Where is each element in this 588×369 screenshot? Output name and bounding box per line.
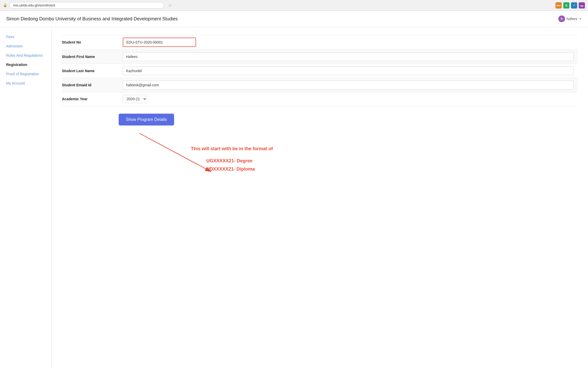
form-row-email: Student Emaid Id [62,78,578,92]
annotation-area: This will start with be in the format of… [62,146,578,173]
value-student-no [119,35,578,50]
value-academic-year: 2020-21 2021-22 2022-23 [119,92,578,106]
bookmark-icon[interactable]: ☆ [168,3,172,8]
app-header: Simon Diedong Dombo University of Busine… [0,11,588,27]
first-name-input[interactable] [123,52,574,61]
user-area[interactable]: h hafees ▼ [558,15,582,22]
address-bar: 🔒 mis.ubids.edu.gh/enrollment ☆ bw G ✓ ▬ [0,0,588,11]
show-program-details-button[interactable]: Show Program Details [119,114,174,125]
svg-line-1 [139,133,211,172]
browser-chrome: 🔒 mis.ubids.edu.gh/enrollment ☆ bw G ✓ ▬ [0,0,588,11]
sidebar-item-admission[interactable]: Admission [0,41,51,51]
registration-form: Student No Student First Name [62,35,578,106]
form-row-last-name: Student Last Name [62,64,578,78]
label-student-no: Student No [62,35,119,50]
label-last-name: Student Last Name [62,64,119,78]
value-first-name [119,50,578,64]
email-input[interactable] [123,81,574,89]
academic-year-select[interactable]: 2020-21 2021-22 2022-23 [123,95,147,103]
student-no-input[interactable] [123,38,195,46]
url-field[interactable]: mis.ubids.edu.gh/enrollment [9,2,164,9]
browser-extensions: bw G ✓ ▬ [556,2,585,9]
label-academic-year: Academic Year [62,92,119,106]
form-row-first-name: Student First Name [62,50,578,64]
main-layout: Fees Admission Rules And Regulations Reg… [0,27,588,368]
value-last-name [119,64,578,78]
sidebar-item-rules[interactable]: Rules And Regulations [0,51,51,60]
annotation-text: This will start with be in the format of [191,146,578,152]
last-name-input[interactable] [123,66,574,75]
ext-g-icon[interactable]: G [563,2,569,9]
content-area: Student No Student First Name [52,27,588,368]
annotation-formats: UGXXXXX21- Degree UDXXXXX21- Diploma [206,157,578,173]
sidebar: Fees Admission Rules And Regulations Reg… [0,27,52,368]
app-title: Simon Diedong Dombo University of Busine… [6,16,178,22]
ext-bw-icon[interactable]: bw [556,2,562,9]
user-avatar: h [558,15,565,22]
format-diploma: UDXXXXX21- Diploma [206,165,578,173]
username-label: hafees [567,17,577,21]
value-email [119,78,578,92]
content-wrapper: Student No Student First Name [62,35,578,173]
sidebar-item-registration[interactable]: Registration [0,60,51,69]
lock-icon: 🔒 [3,3,7,7]
label-email: Student Emaid Id [62,78,119,92]
label-first-name: Student First Name [62,50,119,64]
sidebar-item-account[interactable]: My Account [0,79,51,88]
sidebar-item-proof[interactable]: Proof of Registration [0,69,51,79]
ext-doc-icon[interactable]: ▬ [579,2,585,9]
format-degree: UGXXXXX21- Degree [206,157,578,165]
student-no-input-wrapper [123,38,196,47]
sidebar-item-fees[interactable]: Fees [0,32,51,41]
form-row-student-no: Student No [62,35,578,50]
ext-check-icon[interactable]: ✓ [571,2,577,9]
user-dropdown-arrow[interactable]: ▼ [579,17,582,20]
form-row-academic-year: Academic Year 2020-21 2021-22 2022-23 [62,92,578,106]
annotation-arrow [88,131,242,182]
